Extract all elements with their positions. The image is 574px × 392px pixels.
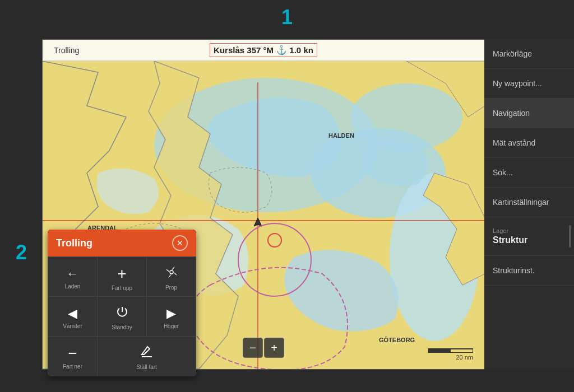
sidebar-sok-label: Sök... xyxy=(493,168,566,177)
sidebar-kartinstallningar-label: Kartinställningar xyxy=(493,198,566,207)
arrow-left-icon: ← xyxy=(67,267,79,281)
trolling-header: Trolling ✕ xyxy=(48,230,196,256)
scale-bar: 20 nm xyxy=(428,348,473,361)
sidebar-mat-avstand-label: Mät avstånd xyxy=(493,138,566,147)
sidebar-item-navigation[interactable]: Navigation xyxy=(484,99,574,128)
trolling-btn-vanster[interactable]: ◀ Vänster xyxy=(48,297,97,336)
trolling-btn-fart-ner-label: Fart ner xyxy=(63,363,82,370)
place-goteborg: GÖTEBORG xyxy=(379,337,415,343)
trolling-btn-vanster-label: Vänster xyxy=(63,323,82,329)
trolling-title: Trolling xyxy=(56,237,92,249)
sidebar-lager-sublabel: Lager xyxy=(493,227,566,234)
prop-icon xyxy=(165,265,178,282)
trolling-btn-hoger-label: Höger xyxy=(164,323,179,329)
step-2-label: 2 xyxy=(16,241,27,264)
edit-icon xyxy=(140,345,154,362)
step-1-label: 1 xyxy=(281,6,293,29)
sidebar-item-kartinstallningar[interactable]: Kartinställningar xyxy=(484,188,574,217)
trolling-close-button[interactable]: ✕ xyxy=(172,235,188,251)
arrow-right-filled-icon: ▶ xyxy=(166,306,176,321)
trolling-btn-stall-fart-label: Ställ fart xyxy=(136,364,157,370)
propeller-icon: ⚓ xyxy=(276,45,287,55)
sidebar-item-markorlage[interactable]: Markörläge xyxy=(484,39,574,69)
zoom-controls: − + xyxy=(243,338,284,358)
chart-header: Trolling Kurslås 357 °M ⚓ 1.0 kn xyxy=(43,40,484,61)
trolling-btn-prop-label: Prop xyxy=(165,284,177,291)
sidebar-item-strukturinst[interactable]: Strukturinst. xyxy=(484,256,574,286)
place-halden: HALDEN xyxy=(328,132,354,139)
chart-mode-label: Trolling xyxy=(54,46,79,55)
course-box: Kurslås 357 °M ⚓ 1.0 kn xyxy=(210,43,317,57)
power-icon xyxy=(115,305,129,322)
zoom-out-button[interactable]: − xyxy=(243,338,263,358)
trolling-btn-fart-upp[interactable]: + Fart upp xyxy=(98,257,146,296)
sidebar-markorlage-label: Markörläge xyxy=(493,49,566,58)
trolling-btn-standby[interactable]: Standby xyxy=(98,297,146,336)
course-unit: °M xyxy=(263,45,274,55)
trolling-btn-stall-fart[interactable]: Ställ fart xyxy=(98,337,196,376)
sidebar-item-mat-avstand[interactable]: Mät avstånd xyxy=(484,128,574,158)
scale-label: 20 nm xyxy=(456,354,473,361)
svg-point-4 xyxy=(350,83,462,151)
sidebar-item-sok[interactable]: Sök... xyxy=(484,158,574,188)
sidebar-item-ny-waypoint[interactable]: Ny waypoint... xyxy=(484,69,574,99)
sidebar-strukturinst-label: Strukturinst. xyxy=(493,266,566,275)
arrow-left-filled-icon: ◀ xyxy=(68,306,77,321)
svg-point-10 xyxy=(170,270,173,274)
sidebar-struktur-label: Struktur xyxy=(493,235,566,245)
trolling-btn-fart-upp-label: Fart upp xyxy=(112,285,132,291)
trolling-panel: Trolling ✕ ← Laden + Fart upp Prop xyxy=(48,230,196,376)
chart-status-bar: Kurslås 357 °M ⚓ 1.0 kn xyxy=(210,43,317,57)
trolling-btn-prop[interactable]: Prop xyxy=(147,257,196,296)
trolling-btn-hoger[interactable]: ▶ Höger xyxy=(147,297,196,336)
trolling-grid: ← Laden + Fart upp Prop ◀ Vänster xyxy=(48,256,196,376)
trolling-btn-laden[interactable]: ← Laden xyxy=(48,257,97,296)
trolling-btn-fart-ner[interactable]: − Fart ner xyxy=(48,337,97,376)
sidebar-ny-waypoint-label: Ny waypoint... xyxy=(493,79,566,88)
trolling-btn-laden-label: Laden xyxy=(65,283,81,290)
sidebar-navigation-label: Navigation xyxy=(493,109,566,118)
trolling-btn-standby-label: Standby xyxy=(112,324,132,330)
right-sidebar: Markörläge Ny waypoint... Navigation Mät… xyxy=(484,39,574,370)
course-label: Kurslås 357 xyxy=(214,45,261,55)
speed-label: 1.0 kn xyxy=(289,45,313,55)
plus-icon: + xyxy=(117,265,126,283)
scroll-indicator xyxy=(569,225,571,248)
minus-icon: − xyxy=(68,346,77,361)
zoom-in-button[interactable]: + xyxy=(264,338,284,358)
sidebar-item-lager-struktur[interactable]: Lager Struktur xyxy=(484,217,574,256)
